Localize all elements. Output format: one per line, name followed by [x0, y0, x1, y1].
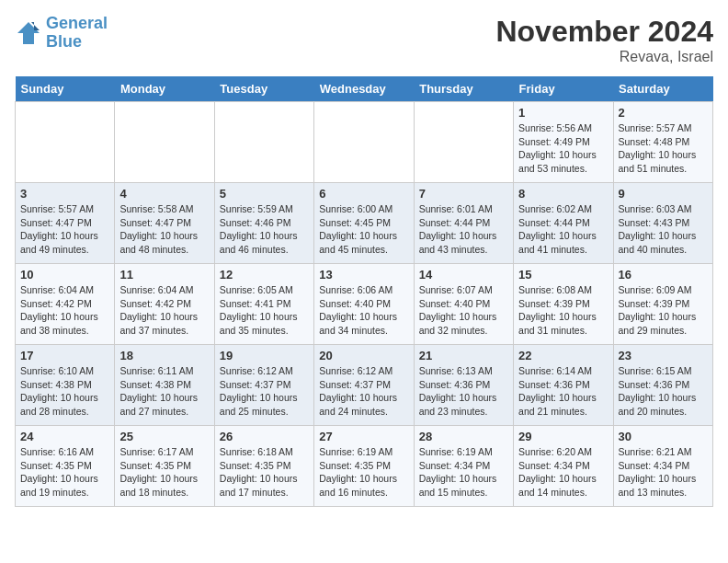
- calendar-cell: 12Sunrise: 6:05 AM Sunset: 4:41 PM Dayli…: [214, 264, 313, 345]
- calendar-cell: [115, 102, 214, 183]
- header-tuesday: Tuesday: [214, 76, 313, 102]
- calendar-cell: 4Sunrise: 5:58 AM Sunset: 4:47 PM Daylig…: [115, 183, 214, 264]
- calendar-cell: 27Sunrise: 6:19 AM Sunset: 4:35 PM Dayli…: [314, 426, 414, 507]
- day-number: 10: [20, 268, 109, 282]
- day-info: Sunrise: 6:14 AM Sunset: 4:36 PM Dayligh…: [518, 364, 608, 419]
- day-number: 7: [419, 187, 508, 201]
- day-number: 1: [518, 106, 608, 120]
- calendar-cell: 11Sunrise: 6:04 AM Sunset: 4:42 PM Dayli…: [115, 264, 214, 345]
- calendar-cell: 28Sunrise: 6:19 AM Sunset: 4:34 PM Dayli…: [414, 426, 513, 507]
- calendar-cell: 15Sunrise: 6:08 AM Sunset: 4:39 PM Dayli…: [514, 264, 613, 345]
- header-monday: Monday: [115, 76, 214, 102]
- calendar-cell: 2Sunrise: 5:57 AM Sunset: 4:48 PM Daylig…: [613, 102, 712, 183]
- day-number: 5: [220, 187, 309, 201]
- day-info: Sunrise: 6:12 AM Sunset: 4:37 PM Dayligh…: [220, 364, 309, 419]
- page-header: General Blue November 2024 Revava, Israe…: [15, 15, 713, 65]
- calendar-cell: 16Sunrise: 6:09 AM Sunset: 4:39 PM Dayli…: [613, 264, 712, 345]
- day-info: Sunrise: 6:04 AM Sunset: 4:42 PM Dayligh…: [119, 283, 209, 338]
- day-info: Sunrise: 6:20 AM Sunset: 4:34 PM Dayligh…: [518, 445, 608, 500]
- calendar-cell: 24Sunrise: 6:16 AM Sunset: 4:35 PM Dayli…: [16, 426, 115, 507]
- calendar-week-row: 1Sunrise: 5:56 AM Sunset: 4:49 PM Daylig…: [16, 102, 713, 183]
- day-number: 3: [20, 187, 109, 201]
- calendar-table: Sunday Monday Tuesday Wednesday Thursday…: [15, 76, 713, 507]
- day-number: 18: [119, 349, 209, 362]
- calendar-week-row: 17Sunrise: 6:10 AM Sunset: 4:38 PM Dayli…: [16, 345, 713, 426]
- day-number: 27: [319, 430, 408, 443]
- day-number: 16: [619, 268, 708, 282]
- calendar-cell: 3Sunrise: 5:57 AM Sunset: 4:47 PM Daylig…: [16, 183, 115, 264]
- calendar-cell: 5Sunrise: 5:59 AM Sunset: 4:46 PM Daylig…: [214, 183, 313, 264]
- calendar-cell: 1Sunrise: 5:56 AM Sunset: 4:49 PM Daylig…: [514, 102, 613, 183]
- day-info: Sunrise: 6:08 AM Sunset: 4:39 PM Dayligh…: [518, 283, 608, 338]
- day-info: Sunrise: 5:58 AM Sunset: 4:47 PM Dayligh…: [119, 202, 209, 257]
- day-number: 6: [319, 187, 408, 201]
- day-number: 24: [20, 430, 109, 443]
- day-number: 28: [419, 430, 508, 443]
- calendar-header-row: Sunday Monday Tuesday Wednesday Thursday…: [16, 76, 713, 102]
- header-saturday: Saturday: [613, 76, 712, 102]
- day-info: Sunrise: 5:56 AM Sunset: 4:49 PM Dayligh…: [518, 121, 608, 176]
- calendar-cell: 29Sunrise: 6:20 AM Sunset: 4:34 PM Dayli…: [514, 426, 613, 507]
- calendar-cell: 30Sunrise: 6:21 AM Sunset: 4:34 PM Dayli…: [613, 426, 712, 507]
- calendar-cell: 23Sunrise: 6:15 AM Sunset: 4:36 PM Dayli…: [613, 345, 712, 426]
- day-info: Sunrise: 6:16 AM Sunset: 4:35 PM Dayligh…: [20, 445, 109, 500]
- day-info: Sunrise: 6:17 AM Sunset: 4:35 PM Dayligh…: [119, 445, 209, 500]
- calendar-cell: 18Sunrise: 6:11 AM Sunset: 4:38 PM Dayli…: [115, 345, 214, 426]
- calendar-cell: 14Sunrise: 6:07 AM Sunset: 4:40 PM Dayli…: [414, 264, 513, 345]
- day-number: 13: [319, 268, 408, 282]
- day-number: 9: [619, 187, 708, 201]
- day-number: 11: [119, 268, 209, 282]
- day-number: 25: [119, 430, 209, 443]
- day-info: Sunrise: 6:11 AM Sunset: 4:38 PM Dayligh…: [119, 364, 209, 419]
- day-info: Sunrise: 6:10 AM Sunset: 4:38 PM Dayligh…: [20, 364, 109, 419]
- day-info: Sunrise: 6:05 AM Sunset: 4:41 PM Dayligh…: [220, 283, 309, 338]
- header-thursday: Thursday: [414, 76, 513, 102]
- day-number: 21: [419, 349, 508, 362]
- day-info: Sunrise: 6:18 AM Sunset: 4:35 PM Dayligh…: [220, 445, 309, 500]
- svg-marker-0: [17, 22, 40, 44]
- header-friday: Friday: [514, 76, 613, 102]
- header-wednesday: Wednesday: [314, 76, 414, 102]
- logo-text: General Blue: [46, 15, 108, 52]
- day-number: 20: [319, 349, 408, 362]
- calendar-week-row: 10Sunrise: 6:04 AM Sunset: 4:42 PM Dayli…: [16, 264, 713, 345]
- day-info: Sunrise: 6:19 AM Sunset: 4:35 PM Dayligh…: [319, 445, 408, 500]
- day-number: 2: [619, 106, 708, 120]
- calendar-week-row: 3Sunrise: 5:57 AM Sunset: 4:47 PM Daylig…: [16, 183, 713, 264]
- calendar-cell: 25Sunrise: 6:17 AM Sunset: 4:35 PM Dayli…: [115, 426, 214, 507]
- calendar-cell: 10Sunrise: 6:04 AM Sunset: 4:42 PM Dayli…: [16, 264, 115, 345]
- day-number: 14: [419, 268, 508, 282]
- day-info: Sunrise: 5:59 AM Sunset: 4:46 PM Dayligh…: [220, 202, 309, 257]
- day-info: Sunrise: 6:03 AM Sunset: 4:43 PM Dayligh…: [619, 202, 708, 257]
- logo-line2: Blue: [46, 32, 82, 51]
- day-info: Sunrise: 6:07 AM Sunset: 4:40 PM Dayligh…: [419, 283, 508, 338]
- calendar-cell: 9Sunrise: 6:03 AM Sunset: 4:43 PM Daylig…: [613, 183, 712, 264]
- day-info: Sunrise: 6:02 AM Sunset: 4:44 PM Dayligh…: [518, 202, 608, 257]
- day-number: 4: [119, 187, 209, 201]
- day-info: Sunrise: 6:21 AM Sunset: 4:34 PM Dayligh…: [619, 445, 708, 500]
- day-info: Sunrise: 5:57 AM Sunset: 4:47 PM Dayligh…: [20, 202, 109, 257]
- day-info: Sunrise: 6:13 AM Sunset: 4:36 PM Dayligh…: [419, 364, 508, 419]
- day-number: 19: [220, 349, 309, 362]
- day-number: 12: [220, 268, 309, 282]
- day-number: 26: [220, 430, 309, 443]
- day-info: Sunrise: 6:15 AM Sunset: 4:36 PM Dayligh…: [619, 364, 708, 419]
- day-number: 15: [518, 268, 608, 282]
- calendar-cell: 20Sunrise: 6:12 AM Sunset: 4:37 PM Dayli…: [314, 345, 414, 426]
- calendar-cell: [214, 102, 313, 183]
- day-info: Sunrise: 6:09 AM Sunset: 4:39 PM Dayligh…: [619, 283, 708, 338]
- day-number: 23: [619, 349, 708, 362]
- calendar-week-row: 24Sunrise: 6:16 AM Sunset: 4:35 PM Dayli…: [16, 426, 713, 507]
- calendar-cell: [414, 102, 513, 183]
- day-info: Sunrise: 6:12 AM Sunset: 4:37 PM Dayligh…: [319, 364, 408, 419]
- calendar-cell: 19Sunrise: 6:12 AM Sunset: 4:37 PM Dayli…: [214, 345, 313, 426]
- calendar-cell: [314, 102, 414, 183]
- logo: General Blue: [15, 15, 108, 52]
- day-number: 30: [619, 430, 708, 443]
- header-sunday: Sunday: [16, 76, 115, 102]
- location: Revava, Israel: [495, 49, 713, 65]
- calendar-cell: 7Sunrise: 6:01 AM Sunset: 4:44 PM Daylig…: [414, 183, 513, 264]
- logo-line1: General: [46, 14, 108, 32]
- calendar-cell: 13Sunrise: 6:06 AM Sunset: 4:40 PM Dayli…: [314, 264, 414, 345]
- title-block: November 2024 Revava, Israel: [495, 15, 713, 65]
